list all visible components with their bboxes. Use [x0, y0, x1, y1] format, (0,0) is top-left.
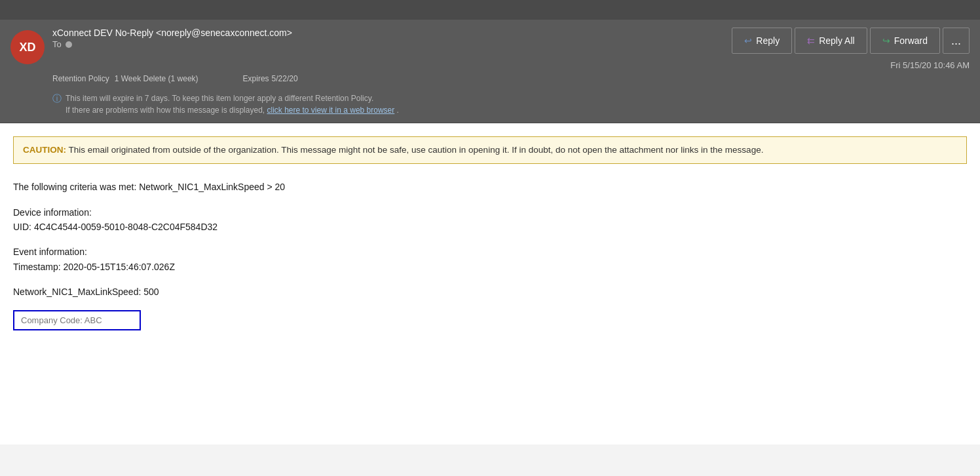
retention-policy-value: 1 Week Delete (1 week)	[115, 74, 198, 83]
web-browser-link[interactable]: click here to view it in a web browser	[267, 106, 395, 115]
caution-word: CAUTION:	[23, 145, 66, 155]
info-text: This item will expire in 7 days. To keep…	[66, 92, 399, 116]
more-options-button[interactable]: ...	[943, 28, 970, 54]
event-info-block: Event information: Timestamp: 2020-05-15…	[13, 245, 967, 274]
event-label: Event information:	[13, 247, 87, 257]
retention-bar: Retention Policy 1 Week Delete (1 week) …	[0, 70, 980, 90]
info-icon: ⓘ	[52, 93, 62, 105]
company-code-input[interactable]	[13, 310, 141, 330]
info-row: ⓘ This item will expire in 7 days. To ke…	[52, 92, 970, 116]
action-buttons: ↩ Reply ⇇ Reply All ↪ Forward ...	[732, 28, 970, 54]
to-row: To	[52, 39, 292, 49]
top-bar	[0, 0, 980, 20]
sender-name: xConnect DEV No-Reply <noreply@senecaxco…	[52, 28, 292, 38]
expires-section: Expires 5/22/20	[243, 74, 298, 83]
timestamp: Fri 5/15/20 10:46 AM	[890, 60, 970, 70]
body-content: The following criteria was met: Network_…	[13, 180, 967, 330]
reply-button[interactable]: ↩ Reply	[732, 28, 792, 54]
expires-label: Expires	[243, 74, 269, 83]
expires-date: 5/22/20	[272, 74, 298, 83]
avatar: XD	[10, 30, 45, 64]
uid-line: UID: 4C4C4544-0059-5010-8048-C2C04F584D3…	[13, 222, 217, 232]
timestamp-line: Timestamp: 2020-05-15T15:46:07.026Z	[13, 262, 175, 272]
device-info-block: Device information: UID: 4C4C4544-0059-5…	[13, 205, 967, 235]
to-dot	[66, 41, 72, 48]
to-label: To	[52, 39, 62, 49]
criteria-line: The following criteria was met: Network_…	[13, 180, 967, 194]
reply-icon: ↩	[744, 35, 752, 46]
forward-button[interactable]: ↪ Forward	[870, 28, 940, 54]
info-bar: ⓘ This item will expire in 7 days. To ke…	[0, 90, 980, 123]
forward-icon: ↪	[882, 35, 890, 46]
email-header: XD xConnect DEV No-Reply <noreply@seneca…	[0, 20, 980, 123]
reply-all-button[interactable]: ⇇ Reply All	[795, 28, 867, 54]
device-label: Device information:	[13, 207, 92, 218]
caution-banner: CAUTION: This email originated from outs…	[13, 136, 967, 164]
caution-text: This email originated from outside of th…	[69, 145, 764, 155]
network-line: Network_NIC1_MaxLinkSpeed: 500	[13, 285, 967, 299]
retention-policy-label: Retention Policy	[52, 74, 109, 83]
sender-section: XD xConnect DEV No-Reply <noreply@seneca…	[10, 28, 292, 64]
reply-all-icon: ⇇	[807, 35, 815, 46]
email-body: CAUTION: This email originated from outs…	[0, 123, 980, 445]
header-right: ↩ Reply ⇇ Reply All ↪ Forward ... Fri 5/…	[732, 28, 970, 70]
sender-info: xConnect DEV No-Reply <noreply@senecaxco…	[52, 28, 292, 49]
